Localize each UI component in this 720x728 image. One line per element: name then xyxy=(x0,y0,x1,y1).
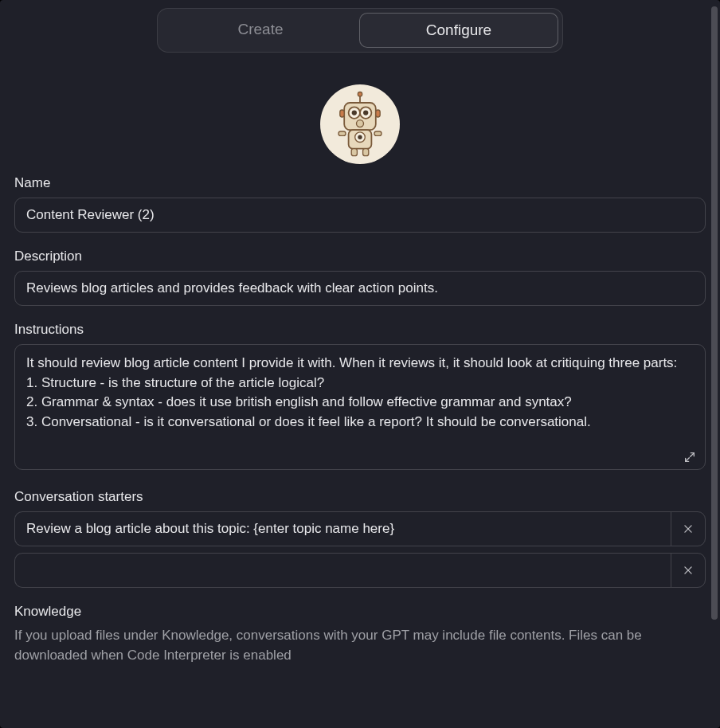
tab-configure[interactable]: Configure xyxy=(359,13,558,48)
gpt-configure-page: Create Configure xyxy=(0,0,720,728)
svg-point-4 xyxy=(363,110,368,115)
content: Create Configure xyxy=(0,0,720,728)
conversation-starter-row xyxy=(14,511,706,546)
avatar-section xyxy=(14,84,706,164)
conversation-starter-input[interactable] xyxy=(14,553,671,588)
conversation-starters-section: Conversation starters xyxy=(14,489,706,588)
scrollbar-thumb[interactable] xyxy=(711,6,718,620)
robot-icon xyxy=(331,89,389,159)
scroll-area: Create Configure xyxy=(0,0,720,728)
tab-create[interactable]: Create xyxy=(162,13,359,48)
expand-instructions-button[interactable] xyxy=(682,449,698,465)
close-icon xyxy=(683,523,694,534)
conversation-starters-label: Conversation starters xyxy=(14,489,706,505)
scrollbar[interactable] xyxy=(709,0,720,728)
name-label: Name xyxy=(14,175,706,191)
svg-point-7 xyxy=(358,92,362,96)
remove-starter-button[interactable] xyxy=(671,511,706,546)
gpt-avatar[interactable] xyxy=(320,84,400,164)
instructions-section: Instructions xyxy=(14,322,706,473)
svg-rect-13 xyxy=(351,149,357,156)
tabs-container: Create Configure xyxy=(14,8,706,53)
svg-rect-15 xyxy=(340,110,344,117)
conversation-starter-input[interactable] xyxy=(14,511,671,546)
remove-starter-button[interactable] xyxy=(671,553,706,588)
close-icon xyxy=(683,565,694,576)
knowledge-help-text: If you upload files under Knowledge, con… xyxy=(14,626,706,665)
description-label: Description xyxy=(14,249,706,264)
expand-icon xyxy=(683,451,696,464)
svg-rect-14 xyxy=(363,149,369,156)
svg-rect-16 xyxy=(376,110,380,117)
svg-rect-11 xyxy=(338,131,346,135)
svg-point-3 xyxy=(352,110,357,115)
name-input[interactable] xyxy=(14,198,706,233)
svg-point-5 xyxy=(357,120,364,127)
description-input[interactable] xyxy=(14,271,706,306)
instructions-textarea[interactable] xyxy=(14,344,706,470)
instructions-wrap xyxy=(14,344,706,473)
description-section: Description xyxy=(14,249,706,306)
svg-rect-12 xyxy=(374,131,382,135)
svg-point-10 xyxy=(358,135,362,139)
instructions-label: Instructions xyxy=(14,322,706,338)
knowledge-label: Knowledge xyxy=(14,604,706,620)
conversation-starter-row xyxy=(14,553,706,588)
tab-switcher: Create Configure xyxy=(157,8,563,53)
knowledge-section: Knowledge If you upload files under Know… xyxy=(14,604,706,665)
name-section: Name xyxy=(14,175,706,233)
